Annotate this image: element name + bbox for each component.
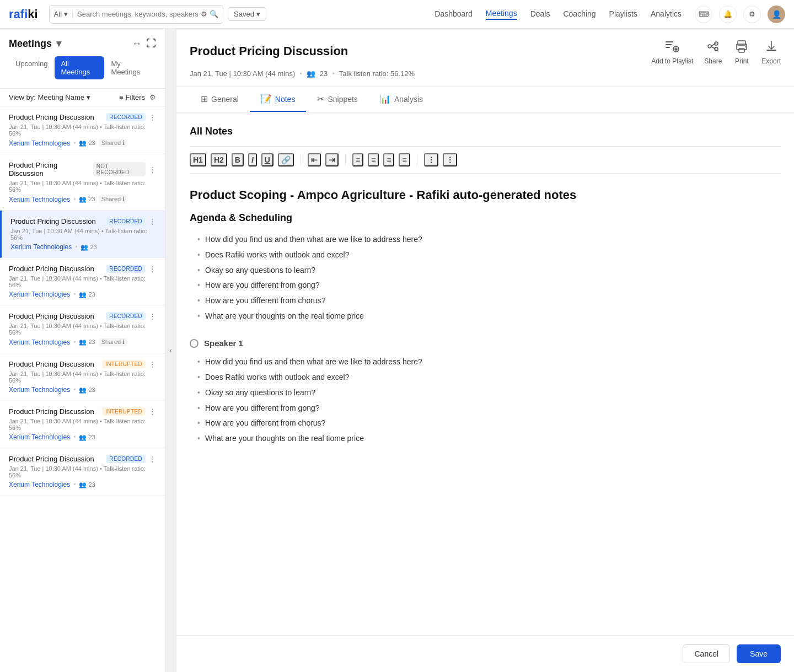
- nav-deals[interactable]: Deals: [530, 9, 550, 19]
- dot-sep: •: [73, 481, 76, 488]
- snippets-icon: ✂: [317, 94, 324, 104]
- company-link[interactable]: Xerium Technologies: [10, 243, 72, 251]
- toolbar-align-center[interactable]: ≡: [368, 153, 379, 166]
- speaker-label-row: Speaker 1: [190, 336, 781, 351]
- tab-analysis[interactable]: 📊 Analysis: [369, 87, 434, 112]
- more-options-button[interactable]: ⋮: [149, 312, 156, 320]
- toolbar-ordered-list[interactable]: ⋮: [424, 153, 438, 166]
- nav-coaching[interactable]: Coaching: [563, 9, 596, 19]
- tab-notes[interactable]: 📝 Notes: [250, 87, 307, 112]
- fullscreen-icon[interactable]: ⛶: [146, 38, 156, 50]
- meeting-list-item[interactable]: Product Pricing Discussion INTERUPTED ⋮ …: [0, 401, 165, 448]
- toolbar-italic[interactable]: I: [248, 153, 257, 166]
- save-button[interactable]: Save: [737, 644, 781, 663]
- company-link[interactable]: Xerium Technologies: [9, 386, 70, 394]
- view-by-dropdown[interactable]: View by: Meeting Name ▾: [9, 93, 90, 101]
- meeting-item-meta: Jan 21, Tue | 10:30 AM (44 mins) • Talk-…: [9, 180, 156, 193]
- speaker-list-item: What are your thoughts on the real tiome…: [198, 432, 781, 445]
- nav-playlists[interactable]: Playlists: [609, 9, 637, 19]
- bell-icon[interactable]: 🔔: [719, 6, 737, 23]
- meeting-list-item[interactable]: Product Pricing Discussion NOT RECORDED …: [0, 154, 165, 211]
- company-link[interactable]: Xerium Technologies: [9, 196, 70, 203]
- meeting-company-row: Xerium Technologies • 👥 23: [10, 243, 156, 251]
- search-dropdown[interactable]: All ▾: [54, 10, 73, 18]
- meeting-company-row: Xerium Technologies • 👥 23: [9, 481, 156, 488]
- tab-upcoming[interactable]: Upcoming: [9, 56, 55, 79]
- print-label: Print: [735, 57, 749, 65]
- expand-icon[interactable]: ↔: [132, 38, 142, 50]
- toolbar-align-right[interactable]: ≡: [383, 153, 394, 166]
- saved-button[interactable]: Saved ▾: [228, 7, 266, 21]
- export-button[interactable]: Export: [761, 37, 781, 65]
- company-link[interactable]: Xerium Technologies: [9, 433, 70, 441]
- meeting-list-item[interactable]: Product Pricing Discussion RECORDED ⋮ Ja…: [0, 211, 165, 258]
- company-link[interactable]: Xerium Technologies: [9, 291, 70, 298]
- toolbar-link[interactable]: 🔗: [278, 153, 294, 166]
- more-options-button[interactable]: ⋮: [149, 217, 156, 225]
- more-options-button[interactable]: ⋮: [149, 165, 156, 174]
- filter-icon-btn: ≡: [119, 93, 124, 101]
- settings-icon[interactable]: ⚙: [743, 6, 761, 23]
- tab-all-meetings[interactable]: All Meetings: [55, 56, 105, 79]
- more-options-button[interactable]: ⋮: [149, 113, 156, 121]
- toolbar-underline[interactable]: U: [261, 153, 273, 166]
- tab-my-meetings[interactable]: My Meetings: [104, 56, 156, 79]
- filter-settings-icon[interactable]: ⚙: [149, 93, 156, 101]
- nav-analytics[interactable]: Analytics: [651, 9, 682, 19]
- info-icon: ℹ: [122, 196, 125, 202]
- meeting-list-item[interactable]: Product Pricing Discussion RECORDED ⋮ Ja…: [0, 305, 165, 353]
- cancel-button[interactable]: Cancel: [683, 644, 730, 663]
- toolbar-align-left[interactable]: ≡: [352, 153, 363, 166]
- tab-snippets[interactable]: ✂ Snippets: [306, 87, 368, 112]
- toolbar-indent[interactable]: ⇥: [325, 153, 339, 166]
- avatar[interactable]: 👤: [768, 6, 785, 23]
- add-to-playlist-button[interactable]: Add to Playlist: [651, 37, 693, 65]
- toolbar-align-justify[interactable]: ≡: [399, 153, 410, 166]
- people-count: 👥 23: [79, 139, 95, 147]
- share-button[interactable]: Share: [704, 37, 722, 65]
- meeting-item-meta: Jan 21, Tue | 10:30 AM (44 mins) • Talk-…: [9, 123, 156, 137]
- dot-sep: •: [73, 386, 76, 394]
- meeting-count-icon: 👥: [307, 69, 315, 78]
- dot-sep: •: [73, 291, 76, 298]
- logo[interactable]: rafiki: [9, 7, 38, 21]
- more-options-button[interactable]: ⋮: [149, 265, 156, 273]
- meeting-list-item[interactable]: Product Pricing Discussion RECORDED ⋮ Ja…: [0, 258, 165, 305]
- meeting-item-header: Product Pricing Discussion RECORDED ⋮: [9, 113, 156, 121]
- collapse-sidebar-button[interactable]: ‹: [165, 29, 176, 672]
- svg-point-12: [745, 46, 746, 47]
- tab-general[interactable]: ⊞ General: [190, 87, 250, 112]
- toolbar-h2[interactable]: H2: [211, 153, 227, 166]
- add-to-playlist-label: Add to Playlist: [651, 57, 693, 65]
- filter-icon[interactable]: ⚙: [201, 10, 207, 18]
- more-options-button[interactable]: ⋮: [149, 360, 156, 368]
- print-button[interactable]: Print: [733, 37, 750, 65]
- dot-sep: •: [73, 338, 76, 346]
- search-input[interactable]: [77, 10, 198, 18]
- toolbar-h1[interactable]: H1: [190, 153, 206, 166]
- filter-button[interactable]: ≡ Filters: [119, 93, 145, 101]
- speaker-list-item: How did you find us and then what are we…: [198, 356, 781, 369]
- chevron-down-icon: ▾: [64, 10, 68, 18]
- toolbar-unordered-list[interactable]: ⋮: [443, 153, 457, 166]
- company-link[interactable]: Xerium Technologies: [9, 481, 70, 488]
- company-link[interactable]: Xerium Technologies: [9, 139, 70, 147]
- svg-rect-11: [739, 49, 744, 52]
- meeting-list-item[interactable]: Product Pricing Discussion RECORDED ⋮ Ja…: [0, 448, 165, 496]
- meeting-list-item[interactable]: Product Pricing Discussion RECORDED ⋮ Ja…: [0, 106, 165, 154]
- more-options-button[interactable]: ⋮: [149, 407, 156, 416]
- company-link[interactable]: Xerium Technologies: [9, 338, 70, 346]
- meeting-item-name: Product Pricing Discussion: [9, 455, 94, 463]
- keyboard-icon[interactable]: ⌨: [695, 6, 712, 23]
- toolbar-outdent[interactable]: ⇤: [308, 153, 321, 166]
- meeting-status-badge: INTERUPTED: [102, 407, 146, 416]
- chevron-down-icon-view: ▾: [87, 93, 90, 101]
- meeting-list-item[interactable]: Product Pricing Discussion INTERUPTED ⋮ …: [0, 353, 165, 401]
- more-options-button[interactable]: ⋮: [149, 455, 156, 463]
- share-icon: [704, 37, 722, 55]
- toolbar-bold[interactable]: B: [232, 153, 244, 166]
- info-icon: ℹ: [122, 139, 125, 146]
- search-button[interactable]: 🔍: [210, 10, 218, 18]
- nav-dashboard[interactable]: Dashboard: [434, 9, 473, 19]
- nav-meetings[interactable]: Meetings: [486, 9, 517, 20]
